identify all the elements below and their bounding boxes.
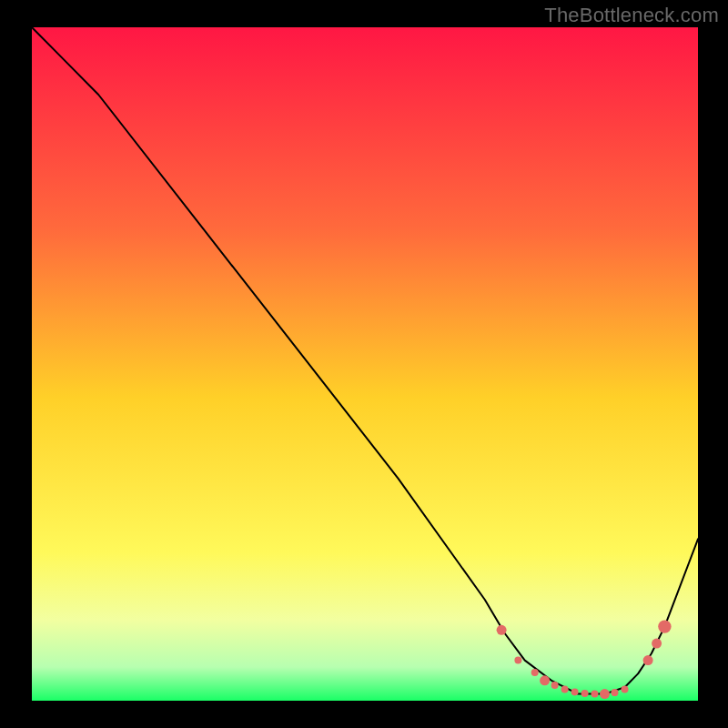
watermark-text: TheBottleneck.com [544,4,719,27]
marker-point [571,688,579,695]
marker-point [540,675,550,685]
marker-point [561,685,569,693]
marker-point [531,669,539,676]
marker-point [514,657,521,664]
chart-frame: TheBottleneck.com [0,0,728,728]
marker-point [643,655,653,665]
marker-point [551,682,559,689]
marker-point [612,689,619,696]
marker-point [652,639,662,649]
marker-point [622,685,629,693]
marker-point [658,620,671,632]
plot-area [32,27,698,701]
chart-svg [32,27,698,701]
gradient-background [32,27,698,701]
marker-point [592,691,599,698]
marker-point [497,625,507,635]
marker-point [581,690,589,697]
marker-point [600,689,610,699]
